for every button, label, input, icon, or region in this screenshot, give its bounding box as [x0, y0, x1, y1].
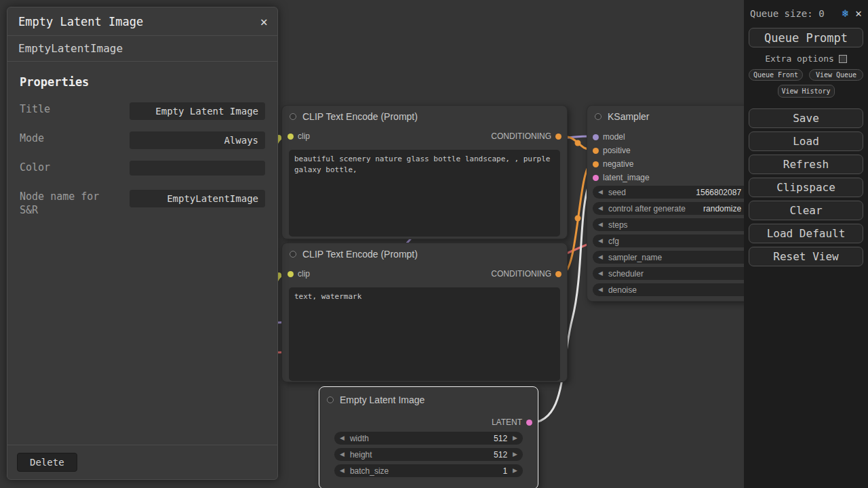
properties-heading: Properties [20, 75, 265, 89]
collapse-dot[interactable] [327, 396, 334, 403]
widget-label: denoise [608, 285, 637, 295]
node-title-bar[interactable]: Empty Latent Image [319, 387, 538, 413]
width-widget[interactable]: ◀ width 512 ▶ [334, 432, 523, 445]
collapse-dot[interactable] [595, 113, 601, 120]
property-row-mode: Mode Always [20, 131, 265, 149]
snowflake-icon[interactable]: ❄ [842, 7, 849, 20]
node-ksampler[interactable]: KSampler model positive negative latent_… [587, 105, 763, 302]
denoise-widget[interactable]: ◀ denoise ▶ [593, 283, 757, 296]
negative-prompt-textarea[interactable]: text, watermark [289, 287, 560, 381]
clip-input-port[interactable] [288, 134, 294, 140]
property-label: Title [20, 102, 121, 116]
height-widget[interactable]: ◀ height 512 ▶ [334, 448, 523, 461]
view-history-button[interactable]: View History [778, 85, 835, 98]
positive-input-slot[interactable]: positive [593, 146, 631, 155]
increment-icon[interactable]: ▶ [513, 464, 517, 477]
clip-input-slot[interactable]: clip [288, 269, 310, 279]
cfg-widget[interactable]: ◀ cfg ▶ [593, 235, 757, 247]
decrement-icon[interactable]: ◀ [340, 432, 344, 445]
close-icon[interactable]: ✕ [855, 7, 862, 20]
model-input-slot[interactable]: model [593, 132, 625, 142]
latent-output-slot[interactable]: LATENT [492, 418, 532, 427]
queue-prompt-button[interactable]: Queue Prompt [749, 28, 863, 47]
latent-output-port[interactable] [526, 420, 532, 426]
property-label: Color [20, 161, 121, 174]
clear-button[interactable]: Clear [749, 201, 863, 220]
collapse-dot[interactable] [290, 251, 296, 258]
slot-label: negative [603, 159, 633, 169]
node-title-bar[interactable]: CLIP Text Encode (Prompt) [282, 243, 567, 265]
widget-value: 512 [494, 434, 507, 443]
slot-label: clip [298, 131, 310, 141]
property-row-node-name: Node name for S&R EmptyLatentImage [20, 190, 265, 218]
decrement-icon[interactable]: ◀ [598, 202, 603, 215]
seed-widget[interactable]: ◀ seed 1566802087 ▶ [593, 186, 757, 199]
increment-icon[interactable]: ▶ [513, 432, 517, 445]
clip-input-port[interactable] [288, 271, 294, 277]
node-type-label: EmptyLatentImage [7, 36, 277, 62]
node-title-bar[interactable]: CLIP Text Encode (Prompt) [282, 106, 567, 127]
node-title-bar[interactable]: KSampler [587, 106, 762, 127]
widget-label: seed [608, 188, 626, 197]
prop-input-color[interactable] [130, 161, 265, 176]
load-button[interactable]: Load [749, 131, 863, 151]
panel-title: Empty Latent Image [18, 15, 143, 28]
decrement-icon[interactable]: ◀ [598, 235, 603, 247]
decrement-icon[interactable]: ◀ [340, 464, 344, 477]
clip-input-slot[interactable]: clip [288, 131, 310, 141]
collapse-dot[interactable] [290, 113, 296, 120]
conditioning-output-port[interactable] [555, 271, 561, 277]
positive-input-port[interactable] [593, 148, 599, 154]
delete-button[interactable]: Delete [17, 453, 77, 472]
batch-size-widget[interactable]: ◀ batch_size 1 ▶ [334, 464, 523, 477]
node-empty-latent-image[interactable]: Empty Latent Image LATENT ◀ width 512 ▶ … [319, 386, 538, 488]
node-title: CLIP Text Encode (Prompt) [302, 111, 418, 122]
property-label: Mode [20, 131, 121, 145]
conditioning-output-port[interactable] [555, 134, 561, 140]
property-label: Node name for S&R [20, 190, 121, 217]
decrement-icon[interactable]: ◀ [598, 283, 603, 296]
node-clip-text-encode-positive[interactable]: CLIP Text Encode (Prompt) clip CONDITION… [281, 105, 568, 239]
prop-input-mode[interactable]: Always [130, 131, 265, 149]
slot-label: LATENT [492, 418, 522, 427]
prop-input-node-name[interactable]: EmptyLatentImage [130, 190, 265, 207]
decrement-icon[interactable]: ◀ [598, 251, 603, 264]
decrement-icon[interactable]: ◀ [340, 448, 344, 461]
widget-value: 512 [494, 450, 507, 460]
close-icon[interactable]: × [260, 14, 268, 29]
slot-label: latent_image [603, 173, 650, 182]
negative-input-port[interactable] [593, 161, 599, 167]
increment-icon[interactable]: ▶ [513, 448, 517, 461]
latent-image-input-port[interactable] [593, 175, 599, 181]
property-row-color: Color [20, 161, 265, 178]
decrement-icon[interactable]: ◀ [598, 218, 603, 231]
decrement-icon[interactable]: ◀ [598, 267, 603, 280]
negative-input-slot[interactable]: negative [593, 159, 633, 169]
save-button[interactable]: Save [749, 108, 863, 128]
prop-input-title[interactable]: Empty Latent Image [130, 102, 265, 120]
model-input-port[interactable] [593, 134, 599, 140]
node-title: CLIP Text Encode (Prompt) [302, 249, 418, 260]
conditioning-output-slot[interactable]: CONDITIONING [491, 131, 561, 141]
sampler-name-widget[interactable]: ◀ sampler_name ▶ [593, 251, 757, 264]
widget-value: 1 [502, 466, 507, 476]
node-clip-text-encode-negative[interactable]: CLIP Text Encode (Prompt) clip CONDITION… [281, 243, 568, 382]
widget-label: cfg [608, 237, 619, 246]
queue-front-button[interactable]: Queue Front [749, 69, 803, 81]
view-queue-button[interactable]: View Queue [809, 69, 863, 81]
decrement-icon[interactable]: ◀ [598, 186, 603, 199]
conditioning-output-slot[interactable]: CONDITIONING [491, 269, 561, 279]
refresh-button[interactable]: Refresh [749, 155, 863, 174]
load-default-button[interactable]: Load Default [749, 224, 863, 243]
control-after-generate-widget[interactable]: ◀ control after generate randomize ▶ [593, 202, 757, 215]
clipspace-button[interactable]: Clipspace [749, 178, 863, 197]
steps-widget[interactable]: ◀ steps ▶ [593, 218, 757, 231]
widget-label: batch_size [350, 466, 389, 476]
slot-label: model [603, 132, 625, 142]
extra-options-checkbox[interactable] [839, 55, 847, 63]
latent-image-input-slot[interactable]: latent_image [593, 173, 650, 182]
positive-prompt-textarea[interactable]: beautiful scenery nature glass bottle la… [289, 150, 560, 237]
node-title: KSampler [608, 111, 649, 122]
reset-view-button[interactable]: Reset View [749, 247, 863, 266]
scheduler-widget[interactable]: ◀ scheduler ▶ [593, 267, 757, 280]
